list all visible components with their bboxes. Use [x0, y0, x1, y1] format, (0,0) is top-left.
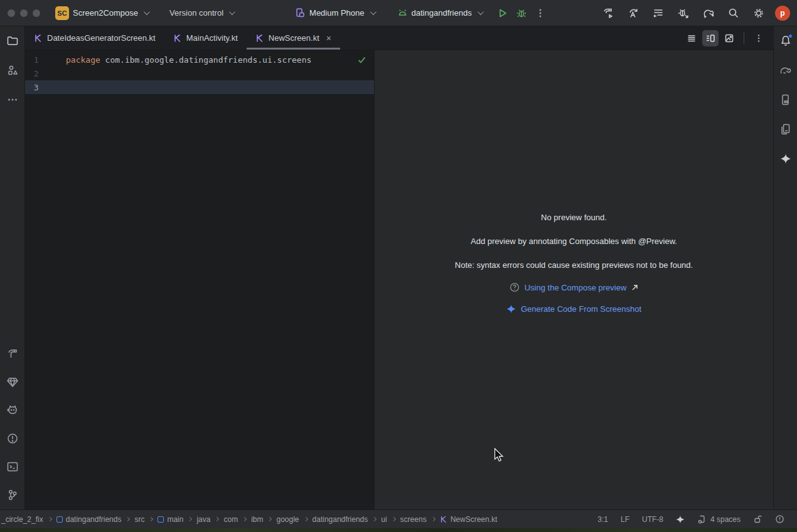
gradle-sync-icon[interactable] — [699, 4, 718, 23]
add-preview-hint: Add preview by annotating Composables wi… — [471, 236, 677, 247]
search-icon[interactable] — [724, 4, 743, 23]
virtual-device-icon — [295, 8, 306, 18]
build-icon[interactable] — [599, 4, 618, 23]
device-manager-icon[interactable] — [776, 90, 795, 109]
project-icon: SC — [55, 6, 69, 20]
breadcrumb-item[interactable]: datingandfriends — [55, 514, 123, 525]
file-writable-lock-icon[interactable] — [747, 513, 769, 526]
close-tab-icon[interactable]: × — [326, 34, 331, 43]
chevron-right-icon — [126, 517, 130, 521]
zoom-window-button[interactable] — [33, 9, 40, 17]
breadcrumb-item[interactable]: java — [195, 514, 211, 525]
app-quality-insights-icon[interactable] — [3, 373, 22, 391]
left-tool-stripe — [0, 26, 25, 509]
code-editor[interactable]: 1 package com.ibm.google.datingandfriend… — [25, 50, 374, 509]
problems-icon[interactable] — [3, 429, 22, 448]
inspections-ok-check-icon[interactable] — [357, 55, 366, 65]
breadcrumb-item[interactable]: ibm — [250, 514, 264, 525]
tab-label: NewScreen.kt — [269, 33, 319, 43]
inspections-widget-icon[interactable] — [769, 513, 791, 526]
more-run-options-button[interactable] — [531, 4, 550, 23]
editor-more-options-icon[interactable] — [751, 30, 767, 46]
kotlin-file-icon — [173, 34, 182, 43]
compose-preview-docs-link[interactable]: Using the Compose preview — [525, 283, 627, 292]
tab-label: DateIdeasGeneratorScreen.kt — [47, 33, 156, 43]
device-selector[interactable]: Medium Phone — [289, 4, 380, 23]
breadcrumb-item[interactable]: com — [222, 514, 239, 525]
version-control-label: Version control — [169, 8, 223, 18]
gradle-icon[interactable] — [776, 61, 795, 80]
breadcrumb-item[interactable]: _circle_2_fix — [0, 514, 45, 525]
notification-badge — [788, 34, 793, 38]
design-view-button[interactable] — [721, 30, 737, 46]
kotlin-file-icon — [440, 516, 447, 523]
project-folder-icon[interactable] — [3, 31, 22, 50]
chevron-right-icon — [267, 517, 272, 521]
chevron-right-icon — [303, 517, 308, 521]
chevron-down-icon — [370, 9, 376, 15]
chevron-right-icon — [188, 517, 192, 521]
profile-avatar[interactable]: p — [773, 4, 792, 23]
chevron-down-icon — [478, 9, 484, 15]
indent-widget[interactable]: 4 spaces — [691, 513, 747, 526]
breadcrumb-item[interactable]: datingandfriends — [311, 514, 370, 525]
build-tool-window-icon[interactable] — [3, 344, 22, 363]
breadcrumb-item[interactable]: main — [156, 514, 185, 525]
caret-position-widget[interactable]: 3:1 — [591, 513, 614, 526]
settings-icon[interactable] — [749, 4, 768, 23]
run-configuration-selector[interactable]: datingandfriends — [391, 4, 488, 23]
terminal-icon[interactable] — [3, 457, 22, 476]
notifications-icon[interactable] — [776, 31, 795, 50]
running-devices-icon[interactable] — [776, 120, 795, 139]
android-app-icon — [397, 8, 408, 18]
gemini-sparkle-icon — [506, 304, 516, 314]
syntax-error-note: Note: syntax errors could cause existing… — [455, 260, 693, 271]
chevron-right-icon — [392, 517, 396, 521]
line-separator-widget[interactable]: LF — [614, 513, 636, 526]
desktop-wallpaper-strip — [0, 528, 797, 532]
tab-newscreen[interactable]: NewScreen.kt × — [247, 26, 340, 50]
project-widget[interactable]: SC Screen2Compose — [49, 4, 154, 23]
gemini-status-icon[interactable] — [670, 513, 691, 526]
run-configuration-name: datingandfriends — [412, 8, 472, 18]
version-control-widget[interactable]: Version control — [163, 4, 240, 23]
resource-manager-icon[interactable] — [3, 61, 22, 80]
tab-mainactivity[interactable]: MainActivity.kt — [164, 26, 247, 50]
indent-settings-icon — [697, 514, 707, 524]
run-button[interactable] — [493, 4, 512, 23]
minimize-window-button[interactable] — [20, 9, 28, 17]
apply-changes-icon[interactable] — [624, 4, 643, 23]
gemini-assistant-icon[interactable] — [776, 149, 795, 168]
chevron-right-icon — [215, 517, 219, 521]
debug-button[interactable] — [512, 4, 531, 23]
version-control-tool-icon[interactable] — [3, 486, 22, 504]
compose-preview-panel: No preview found. Add preview by annotat… — [374, 50, 773, 509]
close-window-button[interactable] — [8, 9, 15, 17]
code-line-1[interactable]: 1 package com.ibm.google.datingandfriend… — [25, 53, 374, 66]
window-controls — [0, 9, 49, 17]
chevron-right-icon — [149, 517, 153, 521]
android-studio-window: SC Screen2Compose Version control Medium… — [0, 0, 797, 532]
tab-dateideasgeneratorscreen[interactable]: DateIdeasGeneratorScreen.kt — [25, 26, 164, 50]
chevron-right-icon — [431, 517, 436, 521]
editor-tab-bar: DateIdeasGeneratorScreen.kt MainActivity… — [25, 26, 773, 50]
code-line-2[interactable]: 2 — [25, 66, 374, 80]
chevron-right-icon — [372, 517, 377, 521]
split-view-button[interactable] — [702, 30, 719, 46]
kotlin-file-icon — [34, 34, 43, 43]
code-view-button[interactable] — [683, 30, 700, 46]
line-number: 3 — [25, 83, 63, 92]
logcat-icon[interactable] — [3, 401, 22, 420]
line-number: 2 — [25, 69, 63, 78]
breadcrumb-item[interactable]: ui — [380, 514, 388, 525]
generate-code-from-screenshot-link[interactable]: Generate Code From Screenshot — [521, 304, 641, 314]
more-tool-windows-icon[interactable] — [3, 90, 22, 109]
breadcrumb-item[interactable]: src — [133, 514, 146, 525]
list-sync-icon[interactable] — [649, 4, 668, 23]
breadcrumb-item[interactable]: google — [275, 514, 300, 525]
breadcrumb-item[interactable]: screens — [399, 514, 428, 525]
code-line-3-current[interactable]: 3 — [25, 80, 374, 94]
attach-debugger-icon[interactable] — [674, 4, 693, 23]
encoding-widget[interactable]: UTF-8 — [636, 513, 670, 526]
breadcrumb-item-file[interactable]: NewScreen.kt — [439, 514, 499, 525]
